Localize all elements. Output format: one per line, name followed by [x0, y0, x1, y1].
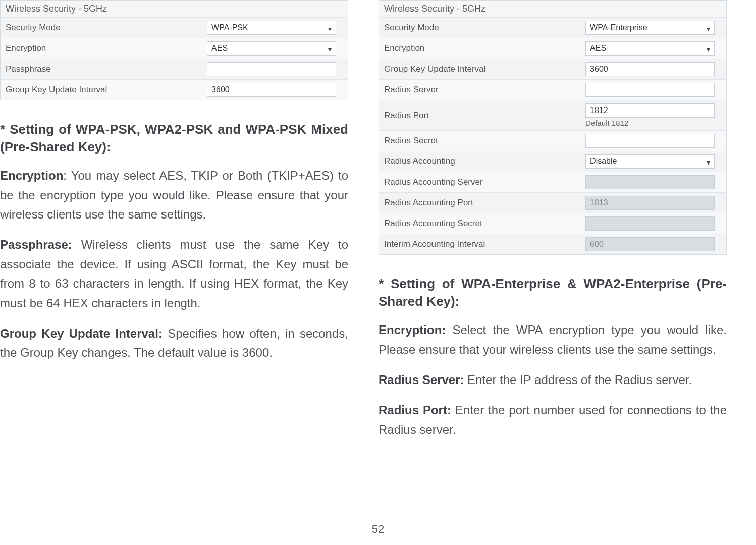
- radius-accounting-label: Radius Accounting: [379, 151, 581, 172]
- ra-server-input: [585, 175, 714, 189]
- panel-title-left: Wireless Security - 5GHz: [0, 0, 348, 17]
- ent-encryption-label: Encryption: [379, 38, 581, 59]
- interim-input: 600: [585, 237, 714, 251]
- radius-secret-input[interactable]: [585, 134, 714, 148]
- ra-secret-input: [585, 216, 714, 231]
- ent-radius-server-bold: Radius Server:: [379, 373, 464, 387]
- ent-radius-port-bold: Radius Port:: [379, 403, 451, 417]
- page-number: 52: [0, 523, 756, 536]
- radius-accounting-select[interactable]: Disable: [585, 154, 714, 169]
- ra-server-label: Radius Accounting Server: [379, 172, 581, 193]
- psk-encryption-para: Encryption: You may select AES, TKIP or …: [0, 166, 348, 224]
- radius-secret-label: Radius Secret: [379, 131, 581, 151]
- psk-passphrase-para: Passphrase: Wireless clients must use th…: [0, 235, 348, 313]
- radius-server-input[interactable]: [585, 83, 714, 97]
- ent-encryption-bold: Encryption:: [379, 323, 446, 337]
- psk-passphrase-bold: Passphrase:: [0, 238, 72, 251]
- psk-gkui-bold: Group Key Update Interval:: [0, 326, 163, 340]
- settings-table-psk: Security Mode WPA-PSK Encryption AES Pas…: [0, 17, 348, 100]
- security-mode-label: Security Mode: [1, 18, 202, 38]
- ent-encryption-select[interactable]: AES: [585, 41, 714, 56]
- encryption-label: Encryption: [1, 38, 202, 59]
- gkui-input[interactable]: 3600: [207, 83, 336, 97]
- settings-table-enterprise: Security Mode WPA-Enterprise Encryption …: [379, 17, 727, 255]
- security-mode-select[interactable]: WPA-PSK: [207, 21, 336, 35]
- interim-label: Interim Accounting Interval: [379, 234, 581, 255]
- ra-port-input: 1813: [585, 196, 714, 210]
- passphrase-input[interactable]: [207, 62, 336, 76]
- ent-radius-server-para: Radius Server: Enter the IP address of t…: [379, 370, 727, 390]
- encryption-select[interactable]: AES: [207, 41, 336, 56]
- radius-port-hint: Default 1812: [585, 119, 721, 127]
- ent-gkui-input[interactable]: 3600: [585, 62, 714, 76]
- radius-port-label: Radius Port: [379, 100, 581, 131]
- ent-heading: * Setting of WPA-Enterprise & WPA2-Enter…: [379, 275, 727, 310]
- ra-secret-label: Radius Accounting Secret: [379, 213, 581, 234]
- ent-radius-server-text: Enter the IP address of the Radius serve…: [464, 373, 692, 387]
- ent-radius-port-para: Radius Port: Enter the port number used …: [379, 401, 727, 440]
- ra-port-label: Radius Accounting Port: [379, 193, 581, 213]
- passphrase-label: Passphrase: [1, 59, 202, 80]
- psk-gkui-para: Group Key Update Interval: Specifies how…: [0, 324, 348, 363]
- ent-security-mode-label: Security Mode: [379, 18, 581, 38]
- psk-heading: * Setting of WPA-PSK, WPA2-PSK and WPA-P…: [0, 121, 348, 156]
- gkui-label: Group Key Update Interval: [1, 80, 202, 100]
- psk-encryption-bold: Encryption: [0, 169, 63, 182]
- panel-title-right: Wireless Security - 5GHz: [379, 0, 727, 17]
- ent-security-mode-select[interactable]: WPA-Enterprise: [585, 21, 714, 35]
- ent-encryption-para: Encryption: Select the WPA encryption ty…: [379, 320, 727, 359]
- radius-server-label: Radius Server: [379, 80, 581, 100]
- ent-gkui-label: Group Key Update Interval: [379, 59, 581, 80]
- radius-port-input[interactable]: 1812: [585, 103, 714, 118]
